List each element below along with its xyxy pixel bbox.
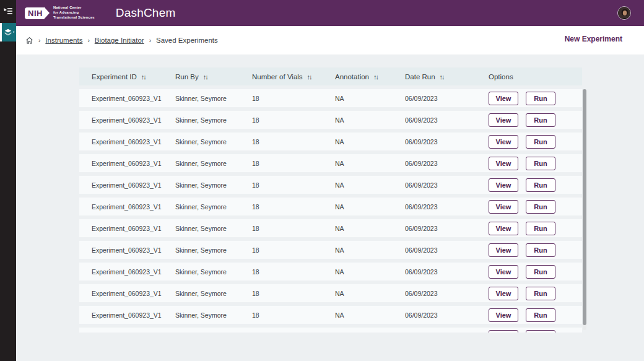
cell-experiment-id: Experiment_060923_V1: [92, 95, 175, 102]
cell-annotation: NA: [335, 116, 405, 124]
view-button[interactable]: View: [489, 113, 518, 127]
cell-vials: 18: [252, 116, 335, 124]
cell-options: View Run: [489, 178, 582, 192]
run-button[interactable]: Run: [526, 265, 555, 279]
table-row: Experiment_060923_V1 Skinner, Seymore 18…: [79, 89, 582, 107]
cell-annotation: NA: [335, 95, 405, 102]
view-button[interactable]: View: [489, 200, 518, 214]
cell-experiment-id: Experiment_060923_V1: [92, 246, 175, 254]
run-button[interactable]: Run: [526, 287, 555, 300]
cell-run-by: Skinner, Seymore: [175, 225, 252, 232]
cell-run-by: Skinner, Seymore: [175, 160, 252, 167]
cell-date-run: 06/09/2023: [405, 116, 489, 124]
cell-vials: 18: [252, 246, 335, 254]
column-header-run-by[interactable]: Run By↑↓: [175, 73, 252, 80]
column-header-annotation[interactable]: Annotation↑↓: [335, 73, 405, 80]
breadcrumb-separator: ›: [149, 37, 151, 44]
breadcrumb-link-instruments[interactable]: Instruments: [45, 37, 82, 44]
nih-logo-text: National Center for Advancing Translatio…: [53, 6, 95, 20]
nih-logo: NIH National Center for Advancing Transl…: [25, 6, 95, 20]
view-button[interactable]: View: [489, 178, 518, 192]
user-avatar[interactable]: [617, 6, 631, 20]
home-icon[interactable]: [25, 37, 33, 45]
sort-icon[interactable]: ↑↓: [440, 73, 445, 80]
run-button[interactable]: Run: [526, 157, 555, 170]
cell-date-run: 06/09/2023: [405, 203, 489, 211]
cell-run-by: Skinner, Seymore: [175, 311, 252, 319]
table-row: Experiment_060923_V1 Skinner, Seymore 18…: [79, 263, 582, 281]
table-scrollbar-thumb[interactable]: [583, 89, 586, 325]
breadcrumb: › Instruments › Biotage Initiator › Save…: [25, 37, 218, 45]
view-button[interactable]: View: [489, 308, 518, 322]
run-button[interactable]: Run: [526, 330, 555, 333]
table-row: Experiment_060923_V1 Skinner, Seymore 18…: [79, 241, 582, 259]
run-button[interactable]: Run: [526, 92, 555, 105]
column-header-number-of-vials[interactable]: Number of Vials↑↓: [252, 73, 335, 80]
sort-icon[interactable]: ↑↓: [141, 73, 147, 80]
run-button[interactable]: Run: [526, 178, 555, 192]
cell-run-by: Skinner, Seymore: [175, 95, 252, 102]
cell-annotation: NA: [335, 290, 405, 297]
cell-experiment-id: Experiment_060923_V1: [92, 116, 175, 124]
view-button[interactable]: View: [489, 157, 518, 170]
cell-options: View Run: [489, 287, 582, 300]
new-experiment-button[interactable]: New Experiment: [565, 35, 622, 43]
sort-icon[interactable]: ↑↓: [373, 73, 379, 80]
cell-experiment-id: Experiment_060923_V1: [92, 311, 175, 319]
cell-date-run: 06/09/2023: [405, 268, 489, 276]
breadcrumb-link-biotage-initiator[interactable]: Biotage Initiator: [95, 37, 144, 44]
cell-vials: 18: [252, 181, 335, 189]
cell-experiment-id: Experiment_060923_V1: [92, 181, 175, 189]
run-button[interactable]: Run: [526, 135, 555, 149]
breadcrumb-bar: › Instruments › Biotage Initiator › Save…: [16, 26, 644, 54]
cell-date-run: 06/09/2023: [405, 225, 489, 232]
run-button[interactable]: Run: [526, 308, 555, 322]
cell-date-run: 06/09/2023: [405, 290, 489, 297]
view-button[interactable]: View: [489, 222, 518, 235]
table-row: Experiment_060923_V1 Skinner, Seymore 18…: [79, 133, 582, 150]
run-button[interactable]: Run: [526, 200, 555, 214]
nih-logo-arrow: [44, 7, 50, 19]
view-button[interactable]: View: [489, 265, 518, 279]
run-button[interactable]: Run: [526, 113, 555, 127]
view-button[interactable]: View: [489, 135, 518, 149]
cell-options: View Run: [489, 157, 582, 170]
cell-options: View Run: [489, 308, 582, 322]
cell-annotation: NA: [335, 268, 405, 276]
table-header-row: Experiment ID↑↓ Run By↑↓ Number of Vials…: [79, 67, 582, 85]
table-row: Experiment_060923_V1 Skinner, Seymore 18…: [79, 154, 582, 172]
sidebar-item-instruments[interactable]: ›: [0, 23, 16, 41]
column-header-options: Options: [489, 73, 582, 80]
table-row: Experiment_060923_V1 Skinner, Seymore 18…: [79, 176, 582, 194]
cell-options: View Run: [489, 200, 582, 214]
cell-date-run: 06/09/2023: [405, 311, 489, 319]
run-button[interactable]: Run: [526, 243, 555, 257]
cell-options: View Run: [489, 113, 582, 127]
view-button[interactable]: View: [489, 92, 518, 105]
sidebar-item-queue[interactable]: [0, 3, 16, 19]
view-button[interactable]: View: [489, 330, 518, 333]
cell-run-by: Skinner, Seymore: [175, 181, 252, 189]
cell-run-by: Skinner, Seymore: [175, 290, 252, 297]
cell-vials: 18: [252, 138, 335, 146]
view-button[interactable]: View: [489, 243, 518, 257]
saved-experiments-table: Experiment ID↑↓ Run By↑↓ Number of Vials…: [79, 67, 582, 333]
table-row: Experiment_060923_V1 Skinner, Seymore 18…: [79, 306, 582, 324]
table-row: Experiment_060923_V1 Skinner, Seymore 18…: [79, 328, 582, 333]
list-cursor-icon: [3, 7, 13, 15]
column-header-date-run[interactable]: Date Run↑↓: [405, 73, 489, 80]
sort-icon[interactable]: ↑↓: [203, 73, 209, 80]
cell-options: View Run: [489, 265, 582, 279]
run-button[interactable]: Run: [526, 222, 555, 235]
column-header-experiment-id[interactable]: Experiment ID↑↓: [92, 73, 175, 80]
table-scrollbar-track[interactable]: [583, 89, 586, 330]
sort-icon[interactable]: ↑↓: [307, 73, 313, 80]
cell-annotation: NA: [335, 181, 405, 189]
cell-experiment-id: Experiment_060923_V1: [92, 160, 175, 167]
cell-options: View Run: [489, 243, 582, 257]
nih-logo-abbr: NIH: [25, 7, 44, 19]
chevron-right-icon: ›: [13, 30, 15, 35]
table-row: Experiment_060923_V1 Skinner, Seymore 18…: [79, 198, 582, 215]
view-button[interactable]: View: [489, 287, 518, 300]
app-header: NIH National Center for Advancing Transl…: [16, 0, 644, 26]
